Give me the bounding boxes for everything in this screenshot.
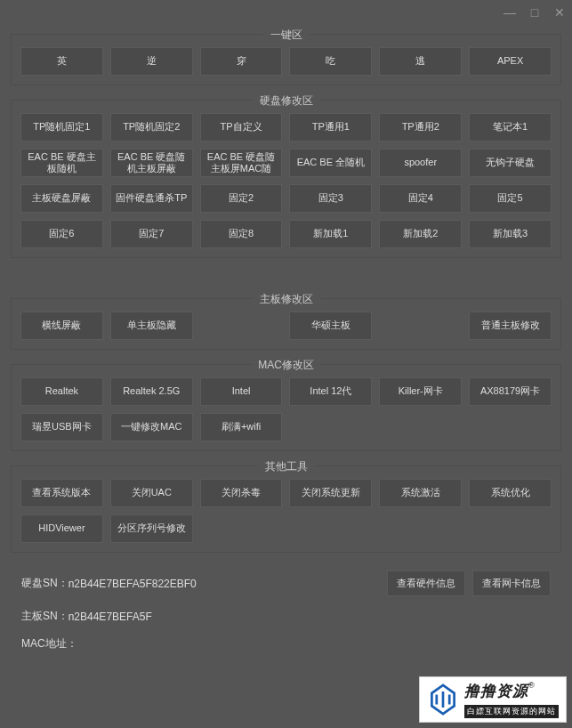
disk-btn-1-2[interactable]: EAC BE 硬盘随主板屏MAC随: [200, 149, 283, 177]
disk-btn-2-4[interactable]: 固定4: [379, 184, 462, 213]
onekey-btn-4[interactable]: 逃: [379, 47, 462, 76]
section-mac-title: MAC修改区: [251, 358, 321, 373]
onekey-btn-2[interactable]: 穿: [200, 47, 283, 76]
disk-btn-2-3[interactable]: 固定3: [289, 184, 372, 213]
onekey-btn-1[interactable]: 逆: [110, 47, 193, 76]
mac-btn-0-3[interactable]: Intel 12代: [289, 377, 372, 406]
mac-btn-0-2[interactable]: Intel: [200, 377, 283, 406]
spacer: [469, 514, 552, 543]
main-content: 一键区 英逆穿吃逃APEX 硬盘修改区 TP随机固定1TP随机固定2TP自定义T…: [0, 34, 572, 667]
section-other-title: 其他工具: [258, 459, 315, 474]
section-other: 其他工具 查看系统版本关闭UAC关闭杀毒关闭系统更新系统激活系统优化HIDVie…: [11, 465, 561, 553]
disk-sn-value: n2B44E7BEFA5F822EBF0: [68, 578, 197, 590]
watermark-logo-icon: [427, 684, 459, 716]
mac-btn-0-4[interactable]: Killer-网卡: [379, 377, 462, 406]
section-mac: MAC修改区 RealtekRealtek 2.5GIntelIntel 12代…: [11, 364, 561, 451]
disk-btn-3-2[interactable]: 固定8: [200, 220, 283, 248]
disk-btn-1-0[interactable]: EAC BE 硬盘主板随机: [20, 149, 103, 177]
disk-btn-0-4[interactable]: TP通用2: [379, 113, 462, 142]
disk-btn-3-3[interactable]: 新加载1: [289, 220, 372, 248]
disk-sn-label: 硬盘SN：: [21, 576, 68, 591]
mac-btn-1-1[interactable]: 一键修改MAC: [110, 413, 193, 441]
mac-btn-0-0[interactable]: Realtek: [20, 377, 103, 406]
titlebar: — □ ✕: [0, 0, 572, 25]
mobo-btn-5[interactable]: 普通主板修改: [469, 311, 552, 340]
disk-btn-2-5[interactable]: 固定5: [469, 184, 552, 213]
spacer: [379, 311, 462, 340]
section-disk: 硬盘修改区 TP随机固定1TP随机固定2TP自定义TP通用1TP通用2笔记本1E…: [11, 100, 561, 258]
spacer: [289, 413, 372, 441]
section-onekey-title: 一键区: [263, 28, 310, 43]
mac-btn-1-2[interactable]: 刷满+wifi: [200, 413, 283, 441]
mobo-sn-label: 主板SN：: [21, 609, 68, 624]
watermark-sub: 白嫖互联网资源的网站: [464, 705, 559, 718]
mobo-btn-1[interactable]: 单主板隐藏: [110, 311, 193, 340]
spacer: [200, 514, 283, 543]
watermark-main: 撸撸资源: [464, 683, 528, 700]
other-btn-1-0[interactable]: HIDViewer: [20, 514, 103, 543]
other-btn-0-3[interactable]: 关闭系统更新: [289, 479, 372, 507]
other-btn-0-0[interactable]: 查看系统版本: [20, 479, 103, 507]
watermark: 撸撸资源® 白嫖互联网资源的网站: [419, 676, 567, 723]
info-section: 硬盘SN： n2B44E7BEFA5F822EBF0 查看硬件信息 查看网卡信息…: [11, 567, 561, 667]
mobo-sn-value: n2B44E7BEFA5F: [68, 611, 152, 623]
spacer: [379, 413, 462, 441]
watermark-text: 撸撸资源® 白嫖互联网资源的网站: [464, 681, 559, 718]
disk-btn-3-0[interactable]: 固定6: [20, 220, 103, 248]
disk-btn-3-4[interactable]: 新加载2: [379, 220, 462, 248]
view-netcard-button[interactable]: 查看网卡信息: [472, 570, 551, 596]
spacer: [200, 311, 283, 340]
section-onekey: 一键区 英逆穿吃逃APEX: [11, 34, 561, 85]
onekey-btn-0[interactable]: 英: [20, 47, 103, 76]
maximize-button[interactable]: □: [528, 5, 542, 20]
section-mobo: 主板修改区 横线屏蔽单主板隐藏华硕主板普通主板修改: [11, 298, 561, 350]
disk-btn-2-1[interactable]: 固件硬盘通杀TP: [110, 184, 193, 213]
disk-btn-3-1[interactable]: 固定7: [110, 220, 193, 248]
other-btn-1-1[interactable]: 分区序列号修改: [110, 514, 193, 543]
disk-btn-1-3[interactable]: EAC BE 全随机: [289, 149, 372, 177]
other-btn-0-1[interactable]: 关闭UAC: [110, 479, 193, 507]
minimize-button[interactable]: —: [503, 5, 517, 20]
disk-btn-0-0[interactable]: TP随机固定1: [20, 113, 103, 142]
other-btn-0-2[interactable]: 关闭杀毒: [200, 479, 283, 507]
mac-addr-label: MAC地址：: [21, 636, 77, 651]
view-hardware-button[interactable]: 查看硬件信息: [387, 570, 465, 596]
onekey-btn-3[interactable]: 吃: [289, 47, 372, 76]
other-btn-0-5[interactable]: 系统优化: [469, 479, 552, 507]
disk-btn-1-5[interactable]: 无钩子硬盘: [469, 149, 552, 177]
close-button[interactable]: ✕: [552, 5, 567, 20]
disk-btn-2-0[interactable]: 主板硬盘屏蔽: [20, 184, 103, 213]
disk-btn-0-1[interactable]: TP随机固定2: [110, 113, 193, 142]
disk-btn-0-5[interactable]: 笔记本1: [469, 113, 552, 142]
disk-btn-2-2[interactable]: 固定2: [200, 184, 283, 213]
watermark-reg: ®: [528, 681, 535, 690]
mac-btn-0-1[interactable]: Realtek 2.5G: [110, 377, 193, 406]
mobo-btn-0[interactable]: 横线屏蔽: [20, 311, 103, 340]
onekey-btn-5[interactable]: APEX: [469, 47, 552, 76]
disk-btn-1-4[interactable]: spoofer: [379, 149, 462, 177]
other-btn-0-4[interactable]: 系统激活: [379, 479, 462, 507]
disk-btn-0-3[interactable]: TP通用1: [289, 113, 372, 142]
mac-btn-0-5[interactable]: AX88179网卡: [469, 377, 552, 406]
mobo-btn-3[interactable]: 华硕主板: [289, 311, 372, 340]
spacer: [289, 514, 372, 543]
spacer: [379, 514, 462, 543]
spacer: [469, 413, 552, 441]
disk-btn-1-1[interactable]: EAC BE 硬盘随机主板屏蔽: [110, 149, 193, 177]
section-disk-title: 硬盘修改区: [253, 93, 320, 109]
disk-btn-0-2[interactable]: TP自定义: [200, 113, 283, 142]
mac-btn-1-0[interactable]: 瑞昱USB网卡: [20, 413, 103, 441]
disk-btn-3-5[interactable]: 新加载3: [469, 220, 552, 248]
section-mobo-title: 主板修改区: [253, 292, 320, 307]
